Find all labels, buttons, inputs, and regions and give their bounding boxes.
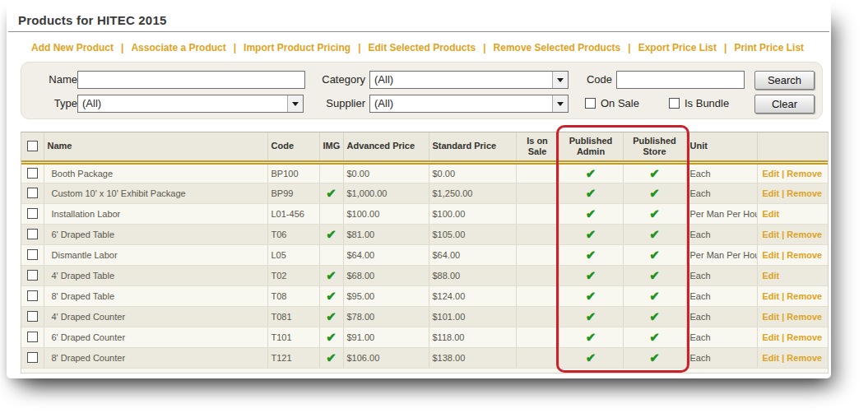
remove-link[interactable]: Remove bbox=[787, 188, 822, 198]
edit-link[interactable]: Edit bbox=[763, 332, 780, 342]
remove-link[interactable]: Remove bbox=[787, 353, 822, 363]
unit: Each bbox=[686, 162, 757, 183]
row-checkbox[interactable] bbox=[27, 290, 38, 301]
table-header-row: Name Code IMG Advanced Price Standard Pr… bbox=[21, 132, 828, 162]
row-checkbox[interactable] bbox=[27, 332, 38, 342]
col-header-unit: Unit bbox=[686, 132, 757, 162]
supplier-label: Supplier bbox=[309, 95, 365, 113]
table-row: 4' Draped Counter T081 ✔ $78.00 $101.00 … bbox=[21, 306, 828, 327]
edit-link[interactable]: Edit bbox=[763, 188, 780, 198]
import-product-pricing-link[interactable]: Import Product Pricing bbox=[244, 42, 350, 53]
published-admin-check-icon: ✔ bbox=[586, 227, 596, 241]
print-price-list-link[interactable]: Print Price List bbox=[734, 42, 804, 53]
product-name: 4' Draped Table bbox=[44, 265, 267, 285]
product-code: BP99 bbox=[267, 183, 319, 203]
product-name: 6' Draped Table bbox=[44, 224, 267, 244]
published-store-check-icon: ✔ bbox=[649, 289, 660, 303]
product-name: 8' Draped Table bbox=[44, 285, 267, 306]
remove-link[interactable]: Remove bbox=[787, 291, 822, 301]
product-code: T101 bbox=[267, 327, 319, 347]
is-bundle-checkbox[interactable] bbox=[669, 98, 680, 109]
products-page: Products for HITEC 2015 Add New Product|… bbox=[7, 0, 831, 378]
type-select[interactable]: (All) bbox=[77, 95, 304, 113]
edit-link[interactable]: Edit bbox=[763, 291, 780, 301]
unit: Each bbox=[686, 265, 757, 285]
row-checkbox[interactable] bbox=[27, 270, 38, 281]
remove-link[interactable]: Remove bbox=[787, 332, 822, 342]
product-name: 4' Draped Counter bbox=[44, 306, 267, 327]
unit: Each bbox=[686, 224, 757, 244]
action-separator: | bbox=[782, 312, 784, 322]
select-all-checkbox[interactable] bbox=[27, 141, 38, 151]
col-header-name: Name bbox=[44, 132, 267, 162]
edit-link[interactable]: Edit bbox=[763, 209, 780, 219]
remove-link[interactable]: Remove bbox=[787, 230, 822, 239]
row-checkbox[interactable] bbox=[27, 311, 38, 322]
img-check-icon: ✔ bbox=[326, 227, 337, 241]
advanced-price: $81.00 bbox=[343, 224, 429, 244]
col-header-standard-price: Standard Price bbox=[429, 132, 516, 162]
product-name: 8' Draped Counter bbox=[44, 347, 267, 368]
row-checkbox[interactable] bbox=[27, 249, 38, 260]
row-checkbox[interactable] bbox=[27, 229, 38, 239]
export-price-list-link[interactable]: Export Price List bbox=[638, 42, 717, 53]
remove-selected-products-link[interactable]: Remove Selected Products bbox=[494, 42, 621, 53]
row-checkbox[interactable] bbox=[27, 352, 38, 363]
name-input[interactable] bbox=[77, 71, 305, 89]
chevron-down-icon bbox=[552, 95, 568, 112]
product-name: Booth Package bbox=[44, 162, 267, 183]
category-selected-value: (All) bbox=[370, 72, 552, 88]
product-code: L01-456 bbox=[267, 203, 319, 224]
row-checkbox[interactable] bbox=[27, 188, 38, 198]
category-select[interactable]: (All) bbox=[369, 71, 569, 89]
add-new-product-link[interactable]: Add New Product bbox=[31, 42, 114, 53]
published-store-check-icon: ✔ bbox=[649, 330, 660, 344]
remove-link[interactable]: Remove bbox=[787, 250, 822, 260]
code-label: Code bbox=[581, 71, 612, 89]
on-sale-checkbox[interactable] bbox=[585, 98, 596, 109]
published-store-check-icon: ✔ bbox=[649, 206, 660, 220]
is-bundle-label: Is Bundle bbox=[685, 97, 729, 109]
standard-price: $105.00 bbox=[429, 224, 516, 244]
is-on-sale-cell bbox=[516, 306, 559, 327]
advanced-price: $100.00 bbox=[343, 203, 429, 224]
advanced-price: $68.00 bbox=[343, 265, 429, 285]
remove-link[interactable]: Remove bbox=[787, 169, 822, 179]
type-label: Type bbox=[44, 95, 77, 113]
type-selected-value: (All) bbox=[78, 95, 287, 112]
advanced-price: $64.00 bbox=[343, 244, 429, 265]
is-on-sale-cell bbox=[516, 203, 559, 224]
advanced-price: $106.00 bbox=[343, 347, 429, 368]
product-code: T02 bbox=[267, 265, 319, 285]
unit: Each bbox=[686, 306, 757, 327]
col-header-code: Code bbox=[267, 132, 319, 162]
col-header-advanced-price: Advanced Price bbox=[343, 132, 429, 162]
action-separator: | bbox=[782, 169, 784, 179]
code-input[interactable] bbox=[616, 71, 745, 89]
action-separator: | bbox=[782, 291, 784, 301]
row-checkbox[interactable] bbox=[27, 208, 38, 219]
edit-selected-products-link[interactable]: Edit Selected Products bbox=[368, 42, 476, 53]
row-checkbox[interactable] bbox=[27, 168, 38, 179]
supplier-select[interactable]: (All) bbox=[369, 95, 569, 113]
table-row: 8' Draped Counter T121 ✔ $106.00 $138.00… bbox=[21, 347, 828, 368]
search-filter-panel: Name Category (All) Code Search Type (Al… bbox=[21, 62, 823, 119]
category-label: Category bbox=[309, 71, 365, 89]
table-row: Booth Package BP100 ✔ $0.00 $0.00 ✔ ✔ Ea… bbox=[21, 162, 828, 183]
edit-link[interactable]: Edit bbox=[763, 312, 780, 322]
edit-link[interactable]: Edit bbox=[763, 353, 780, 363]
product-code: T08 bbox=[267, 285, 319, 306]
col-header-is-on-sale: Is on Sale bbox=[516, 132, 559, 162]
search-button[interactable]: Search bbox=[754, 71, 815, 90]
edit-link[interactable]: Edit bbox=[763, 250, 780, 260]
published-store-check-icon: ✔ bbox=[649, 248, 660, 262]
associate-product-link[interactable]: Associate a Product bbox=[131, 42, 225, 53]
clear-button[interactable]: Clear bbox=[754, 95, 815, 114]
advanced-price: $1,000.00 bbox=[343, 183, 429, 203]
col-header-actions bbox=[757, 132, 828, 162]
edit-link[interactable]: Edit bbox=[763, 169, 780, 179]
edit-link[interactable]: Edit bbox=[763, 271, 780, 281]
edit-link[interactable]: Edit bbox=[763, 230, 780, 239]
table-bottom-strip bbox=[21, 369, 828, 373]
remove-link[interactable]: Remove bbox=[787, 312, 822, 322]
